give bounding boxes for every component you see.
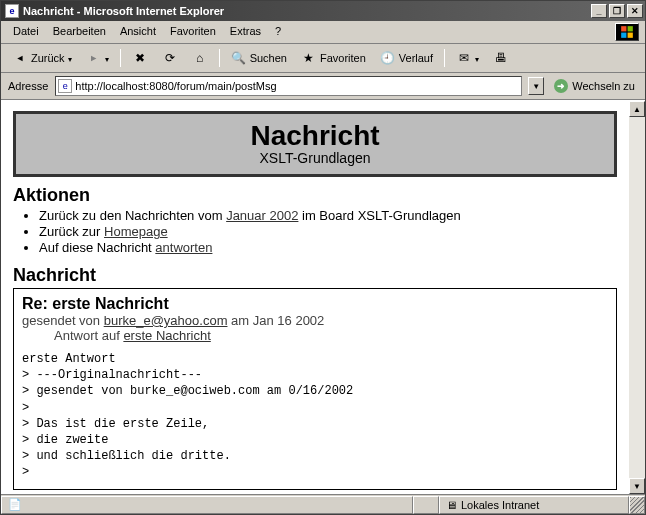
svg-rect-2 (621, 33, 626, 38)
menu-help[interactable]: ? (269, 23, 287, 41)
search-label: Suchen (250, 52, 287, 64)
refresh-icon: ⟳ (162, 50, 178, 66)
print-button[interactable]: 🖶 (488, 47, 514, 69)
status-message: 📄 (1, 496, 413, 514)
menu-extras[interactable]: Extras (224, 23, 267, 41)
mail-button[interactable]: ✉ (451, 47, 484, 69)
message-heading: Nachricht (13, 265, 617, 286)
link-month[interactable]: Januar 2002 (226, 208, 298, 223)
browser-window: e Nachricht - Microsoft Internet Explore… (0, 0, 646, 515)
back-button[interactable]: Zurück (7, 47, 77, 69)
favorites-icon: ★ (301, 50, 317, 66)
page-body: Nachricht XSLT-Grundlagen Aktionen Zurüc… (1, 101, 629, 494)
app-icon: e (5, 4, 19, 18)
back-icon (12, 50, 28, 66)
brand-logo (615, 23, 639, 41)
stop-icon: ✖ (132, 50, 148, 66)
menubar: Datei Bearbeiten Ansicht Favoriten Extra… (1, 21, 645, 44)
list-item: Auf diese Nachricht antworten (39, 240, 617, 255)
address-input[interactable] (75, 80, 519, 92)
refresh-button[interactable]: ⟳ (157, 47, 183, 69)
statusbar: 📄 🖥 Lokales Intranet (1, 494, 645, 514)
back-label: Zurück (31, 52, 65, 64)
svg-rect-1 (628, 26, 633, 31)
print-icon: 🖶 (493, 50, 509, 66)
zone-label: Lokales Intranet (461, 499, 539, 511)
titlebar: e Nachricht - Microsoft Internet Explore… (1, 1, 645, 21)
go-label: Wechseln zu (572, 80, 635, 92)
svg-rect-0 (621, 26, 626, 31)
history-label: Verlauf (399, 52, 433, 64)
address-bar: Adresse e ▼ ➜ Wechseln zu (1, 73, 645, 100)
separator (444, 49, 445, 67)
stop-button[interactable]: ✖ (127, 47, 153, 69)
window-title: Nachricht - Microsoft Internet Explorer (23, 5, 591, 17)
toolbar: Zurück ✖ ⟳ ⌂ 🔍 Suchen ★ Favoriten 🕘 Verl… (1, 44, 645, 73)
home-button[interactable]: ⌂ (187, 47, 213, 69)
separator (219, 49, 220, 67)
forward-icon (86, 50, 102, 66)
done-icon: 📄 (8, 498, 22, 511)
favorites-button[interactable]: ★ Favoriten (296, 47, 371, 69)
scroll-up-button[interactable]: ▲ (629, 101, 645, 117)
separator (120, 49, 121, 67)
parent-message-link[interactable]: erste Nachricht (123, 328, 210, 343)
mail-icon: ✉ (456, 50, 472, 66)
list-item: Zurück zu den Nachrichten vom Januar 200… (39, 208, 617, 223)
zone-icon: 🖥 (446, 499, 457, 511)
history-icon: 🕘 (380, 50, 396, 66)
mail-dropdown-icon[interactable] (475, 52, 479, 64)
favorites-label: Favoriten (320, 52, 366, 64)
message-reply-to: Antwort auf erste Nachricht (22, 328, 608, 343)
actions-list: Zurück zu den Nachrichten vom Januar 200… (13, 208, 617, 255)
message-body: erste Antwort > ---Originalnachricht--- … (22, 351, 608, 481)
message-meta: gesendet von burke_e@yahoo.com am Jan 16… (22, 313, 608, 328)
status-ssl (413, 496, 439, 514)
resize-grip[interactable] (629, 496, 645, 514)
home-icon: ⌂ (192, 50, 208, 66)
address-field-wrap: e (55, 76, 522, 96)
scroll-track[interactable] (629, 117, 645, 478)
search-icon: 🔍 (231, 50, 247, 66)
message-title: Re: erste Nachricht (22, 295, 608, 313)
forward-dropdown-icon[interactable] (105, 52, 109, 64)
actions-heading: Aktionen (13, 185, 617, 206)
link-reply[interactable]: antworten (155, 240, 212, 255)
sender-email-link[interactable]: burke_e@yahoo.com (104, 313, 228, 328)
go-icon: ➜ (554, 79, 568, 93)
vertical-scrollbar[interactable]: ▲ ▼ (629, 101, 645, 494)
go-button[interactable]: ➜ Wechseln zu (550, 77, 639, 95)
address-dropdown-button[interactable]: ▼ (528, 77, 544, 95)
message-box: Re: erste Nachricht gesendet von burke_e… (13, 288, 617, 490)
search-button[interactable]: 🔍 Suchen (226, 47, 292, 69)
menu-ansicht[interactable]: Ansicht (114, 23, 162, 41)
menu-bearbeiten[interactable]: Bearbeiten (47, 23, 112, 41)
scroll-down-button[interactable]: ▼ (629, 478, 645, 494)
menu-datei[interactable]: Datei (7, 23, 45, 41)
address-label: Adresse (7, 80, 49, 92)
banner-title: Nachricht (16, 120, 614, 152)
page-banner: Nachricht XSLT-Grundlagen (13, 111, 617, 177)
link-homepage[interactable]: Homepage (104, 224, 168, 239)
menu-favoriten[interactable]: Favoriten (164, 23, 222, 41)
status-zone: 🖥 Lokales Intranet (439, 496, 629, 514)
content-area: Nachricht XSLT-Grundlagen Aktionen Zurüc… (1, 100, 645, 494)
banner-subtitle: XSLT-Grundlagen (16, 150, 614, 166)
maximize-button[interactable]: ❐ (609, 4, 625, 18)
svg-rect-3 (628, 33, 633, 38)
forward-button[interactable] (81, 47, 114, 69)
close-button[interactable]: ✕ (627, 4, 643, 18)
minimize-button[interactable]: _ (591, 4, 607, 18)
back-dropdown-icon[interactable] (68, 52, 72, 64)
history-button[interactable]: 🕘 Verlauf (375, 47, 438, 69)
list-item: Zurück zur Homepage (39, 224, 617, 239)
page-icon: e (58, 79, 72, 93)
